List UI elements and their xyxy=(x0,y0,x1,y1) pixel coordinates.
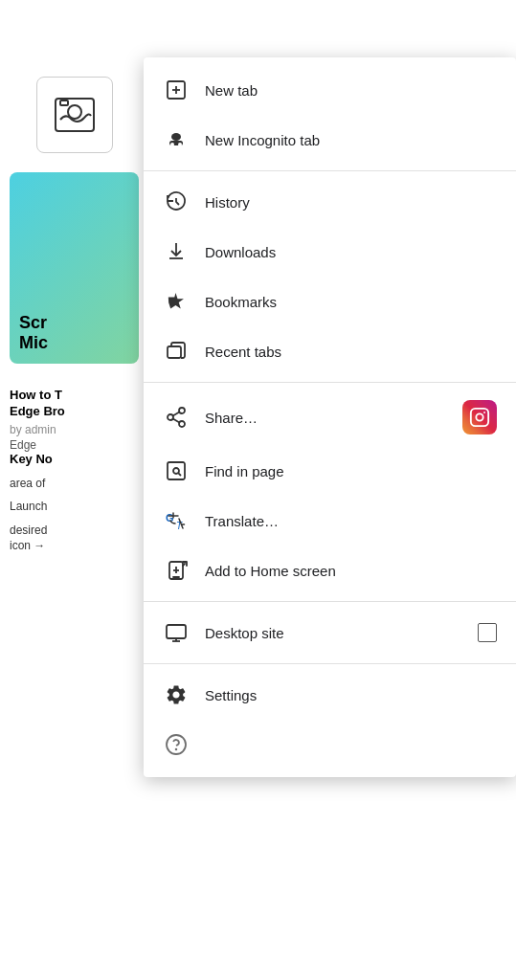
menu-item-bookmarks[interactable]: Bookmarks xyxy=(144,277,516,326)
history-label: History xyxy=(205,194,497,211)
new-tab-label: New tab xyxy=(205,82,497,99)
desktop-site-checkbox[interactable] xyxy=(478,623,497,642)
menu-item-history[interactable]: History xyxy=(144,177,516,227)
find-label: Find in page xyxy=(205,463,497,479)
downloads-icon xyxy=(163,238,190,265)
svg-point-20 xyxy=(476,413,482,420)
incognito-icon xyxy=(163,126,190,153)
svg-point-12 xyxy=(178,143,182,146)
divider-4 xyxy=(144,663,516,664)
article-body2: Launch xyxy=(10,499,139,515)
settings-icon xyxy=(163,681,190,708)
desktop-icon xyxy=(163,619,190,646)
menu-item-find[interactable]: Find in page xyxy=(144,446,516,496)
svg-line-24 xyxy=(178,473,181,476)
settings-label: Settings xyxy=(205,687,497,703)
article-key: Key No xyxy=(10,452,139,468)
new-tab-icon xyxy=(163,77,190,103)
svg-rect-13 xyxy=(168,346,181,358)
menu-item-add-home[interactable]: Add to Home screen xyxy=(144,546,516,595)
article-title: How to T xyxy=(10,388,139,404)
add-home-icon xyxy=(163,557,190,584)
svg-line-17 xyxy=(173,419,180,423)
svg-rect-22 xyxy=(168,462,185,479)
article-tag: Edge xyxy=(10,438,139,452)
menu-item-downloads[interactable]: Downloads xyxy=(144,227,516,277)
card-line2: Mic xyxy=(19,333,129,354)
translate-icon: G T xyxy=(163,507,190,534)
incognito-label: New Incognito tab xyxy=(205,132,497,148)
context-menu: New tab New Incognito tab History xyxy=(144,57,516,777)
instagram-badge xyxy=(462,400,497,434)
share-icon xyxy=(163,404,190,431)
history-icon xyxy=(163,189,190,215)
help-icon xyxy=(163,731,190,758)
downloads-label: Downloads xyxy=(205,244,497,260)
svg-line-18 xyxy=(173,412,180,416)
page-partial-content: Scr Mic How to T Edge Bro by admin Edge … xyxy=(0,57,148,980)
svg-rect-30 xyxy=(167,625,186,638)
recent-tabs-label: Recent tabs xyxy=(205,344,497,360)
menu-item-share[interactable]: Share… xyxy=(144,389,516,446)
svg-point-14 xyxy=(179,408,185,413)
svg-rect-19 xyxy=(471,409,488,426)
article-link: icon → xyxy=(10,539,139,552)
svg-point-11 xyxy=(170,143,174,146)
page-icon-box xyxy=(36,77,113,153)
bookmarks-label: Bookmarks xyxy=(205,294,497,310)
menu-item-recent-tabs[interactable]: Recent tabs xyxy=(144,326,516,376)
divider-2 xyxy=(144,382,516,383)
recent-tabs-icon xyxy=(163,338,190,365)
svg-point-33 xyxy=(167,735,186,754)
menu-item-settings[interactable]: Settings xyxy=(144,670,516,720)
svg-point-9 xyxy=(171,133,181,141)
article-body1: area of xyxy=(10,476,139,492)
divider-3 xyxy=(144,601,516,602)
divider-1 xyxy=(144,170,516,171)
article-sub: Edge Bro xyxy=(10,404,139,420)
find-icon xyxy=(163,457,190,484)
page-card: Scr Mic xyxy=(10,172,139,364)
share-label: Share… xyxy=(205,410,447,426)
svg-rect-5 xyxy=(60,100,68,105)
desktop-label: Desktop site xyxy=(205,625,462,641)
card-line1: Scr xyxy=(19,313,129,334)
menu-item-desktop[interactable]: Desktop site xyxy=(144,608,516,657)
svg-point-16 xyxy=(179,421,185,427)
svg-point-15 xyxy=(168,414,173,420)
add-home-label: Add to Home screen xyxy=(205,563,497,579)
menu-item-incognito[interactable]: New Incognito tab xyxy=(144,115,516,165)
page-article: How to T Edge Bro by admin Edge Key No a… xyxy=(10,383,139,557)
article-author: by admin xyxy=(10,423,139,436)
menu-item-translate[interactable]: G T Translate… xyxy=(144,496,516,546)
svg-point-21 xyxy=(483,412,485,413)
menu-item-help[interactable] xyxy=(144,720,516,769)
article-body3: desired xyxy=(10,523,139,539)
translate-label: Translate… xyxy=(205,513,497,529)
menu-item-new-tab[interactable]: New tab xyxy=(144,65,516,115)
bookmarks-icon xyxy=(163,288,190,315)
